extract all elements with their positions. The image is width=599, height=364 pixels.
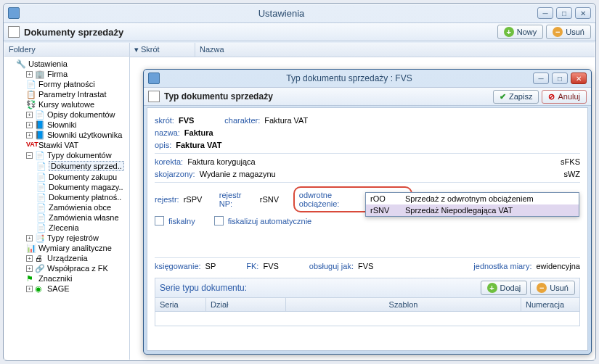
dialog-subbar: Typ dokumentu sprzedaży ✔Zapisz ⊘Anuluj xyxy=(144,87,591,106)
tree-slowuzy[interactable]: +📘Słowniki użytkownika xyxy=(26,130,128,140)
folders-panel: Foldery 🔧Ustawienia +🏢Firma 📄Formy płatn… xyxy=(4,43,130,360)
app-icon xyxy=(8,7,20,19)
folders-header: Foldery xyxy=(4,43,129,57)
value-fk[interactable]: FVS xyxy=(263,262,278,270)
label-fiskalny: fiskalny xyxy=(168,217,195,226)
tree-slowniki[interactable]: +📘Słowniki xyxy=(26,120,128,130)
tree-sage[interactable]: +◉SAGE xyxy=(26,284,128,294)
dialog-subtitle: Typ dokumentu sprzedaży xyxy=(164,91,490,102)
tree-firma[interactable]: +🏢Firma xyxy=(26,69,128,79)
dlg-close-button[interactable]: ✕ xyxy=(571,73,587,84)
tree-urz[interactable]: +🖨Urządzenia xyxy=(26,253,128,263)
value-jedn[interactable]: ewidencyjna xyxy=(536,262,580,270)
dialog-icon xyxy=(148,73,160,84)
minimize-button[interactable]: ─ xyxy=(537,7,553,19)
tree-kursy[interactable]: 💱Kursy walutowe xyxy=(26,99,128,109)
tree-intrastat[interactable]: 📋Parametry Intrastat xyxy=(26,89,128,99)
close-button[interactable]: ✕ xyxy=(575,7,591,19)
value-skojarzony[interactable]: Wydanie z magazynu xyxy=(200,170,276,178)
tree-stawki[interactable]: VATStawki VAT xyxy=(26,140,128,150)
label-rejnp: rejestr NP: xyxy=(219,191,256,208)
series-grid-body[interactable] xyxy=(155,312,580,326)
value-skrot: FVS xyxy=(179,116,194,125)
check-icon: ✔ xyxy=(500,92,506,102)
add-series-button[interactable]: +Dodaj xyxy=(481,281,528,295)
tree-dmag[interactable]: 📄Dokumenty magazy.. xyxy=(36,182,128,192)
doc-icon xyxy=(148,91,160,102)
label-rejestr: rejestr: xyxy=(155,195,179,204)
tree-typyrej[interactable]: +📑Typy rejestrów xyxy=(26,233,128,243)
tree-wymiary[interactable]: 📊Wymiary analityczne xyxy=(26,243,128,253)
plus-icon: + xyxy=(504,27,514,37)
tree-formy[interactable]: 📄Formy płatności xyxy=(26,79,128,89)
tree-dplat[interactable]: 📄Dokumenty płatnoś.. xyxy=(36,192,128,202)
value-korekta-code: sFKS xyxy=(561,157,580,166)
save-button[interactable]: ✔Zapisz xyxy=(493,90,539,104)
dialog-titlebar: Typ dokumentu sprzedaży : FVS ─ □ ✕ xyxy=(144,70,591,87)
breadcrumb-bar: Dokumenty sprzedaży +Nowy −Usuń xyxy=(4,22,595,41)
label-charakter: charakter: xyxy=(224,116,260,125)
maximize-button[interactable]: □ xyxy=(556,7,572,19)
dlg-maximize-button[interactable]: □ xyxy=(552,73,568,84)
remove-series-button[interactable]: −Usuń xyxy=(530,281,575,295)
dropdown-option-roo[interactable]: rOOSprzedaż z odwrotnym obciążeniem xyxy=(366,193,579,204)
titlebar-outer: Ustawienia ─ □ ✕ xyxy=(4,4,595,22)
tree-dsprz[interactable]: 📄Dokumenty sprzed.. xyxy=(36,160,128,172)
value-nazwa: Faktura xyxy=(184,128,213,137)
value-charakter: Faktura VAT xyxy=(264,116,308,125)
label-jedn: jednostka miary: xyxy=(473,262,531,270)
window-title: Ustawienia xyxy=(25,8,537,19)
fiskalny-checkbox[interactable] xyxy=(155,216,164,226)
tree-zobce[interactable]: 📄Zamówienia obce xyxy=(36,202,128,212)
label-skrot: skrót: xyxy=(155,116,174,125)
label-fk: FK: xyxy=(246,262,258,270)
label-obsl: obsługuj jak: xyxy=(309,262,354,270)
minus-icon: − xyxy=(553,27,563,37)
doc-icon xyxy=(8,26,20,38)
value-rejestr[interactable]: rSPV xyxy=(184,195,203,204)
tree-typyd[interactable]: −📄Typy dokumentów xyxy=(26,150,128,160)
cancel-button[interactable]: ⊘Anuluj xyxy=(542,90,587,104)
tree-wfk[interactable]: +🔗Współpraca z FK xyxy=(26,263,128,273)
value-ksieg[interactable]: SP xyxy=(205,262,216,270)
odwrotne-dropdown-list[interactable]: rOOSprzedaż z odwrotnym obciążeniem rSNV… xyxy=(365,192,579,217)
dialog-title: Typ dokumentu sprzedaży : FVS xyxy=(166,73,533,83)
tree-zwl[interactable]: 📄Zamówienia własne xyxy=(36,212,128,223)
col-skrot[interactable]: ▾Skrót xyxy=(130,43,195,57)
label-nazwa: nazwa: xyxy=(155,128,180,137)
minus-icon: − xyxy=(537,283,547,293)
tree-opisy[interactable]: +📄Opisy dokumentów xyxy=(26,109,128,120)
col-numeracja[interactable]: Numeracja xyxy=(521,298,579,311)
col-dzial[interactable]: Dział xyxy=(206,298,286,311)
label-fiskauto: fiskalizuj automatycznie xyxy=(228,217,312,226)
fiskauto-checkbox[interactable] xyxy=(214,216,224,226)
label-odwrotne: odwrotne obciążenie: xyxy=(299,191,372,208)
series-title: Serie typu dokumentu: xyxy=(160,283,478,293)
value-skoj-code: sWZ xyxy=(563,170,580,178)
col-seria[interactable]: Seria xyxy=(155,298,206,311)
value-rejnp[interactable]: rSNV xyxy=(260,195,279,204)
value-opis: Faktura VAT xyxy=(176,141,221,149)
tree-dzak[interactable]: 📄Dokumenty zakupu xyxy=(36,172,128,182)
tree-zlec[interactable]: 📄Zlecenia xyxy=(36,223,128,233)
list-header: ▾Skrót Nazwa xyxy=(130,43,595,57)
value-korekta[interactable]: Faktura korygująca xyxy=(187,157,256,166)
new-button[interactable]: +Nowy xyxy=(497,25,544,39)
label-ksieg: księgowanie: xyxy=(155,262,201,270)
dropdown-option-rsnv[interactable]: rSNVSprzedaż Niepodlegająca VAT xyxy=(366,204,579,216)
delete-button[interactable]: −Usuń xyxy=(546,25,591,39)
breadcrumb-title: Dokumenty sprzedaży xyxy=(24,27,494,38)
dlg-minimize-button[interactable]: ─ xyxy=(533,73,549,84)
settings-tree[interactable]: 🔧Ustawienia +🏢Firma 📄Formy płatności 📋Pa… xyxy=(4,57,129,296)
cancel-icon: ⊘ xyxy=(548,92,555,102)
col-szablon[interactable]: Szablon xyxy=(286,298,521,311)
tree-znacz[interactable]: ⚑Znaczniki xyxy=(26,273,128,284)
dialog-body: skrót: FVS charakter: Faktura VAT nazwa:… xyxy=(147,107,588,351)
tree-root[interactable]: 🔧Ustawienia xyxy=(16,59,128,69)
series-grid-header: Seria Dział Szablon Numeracja xyxy=(155,298,580,312)
col-nazwa[interactable]: Nazwa xyxy=(195,43,595,57)
series-header: Serie typu dokumentu: +Dodaj −Usuń xyxy=(155,278,580,298)
value-obsl[interactable]: FVS xyxy=(358,262,373,270)
label-opis: opis: xyxy=(155,141,171,149)
label-korekta: korekta: xyxy=(155,157,183,166)
